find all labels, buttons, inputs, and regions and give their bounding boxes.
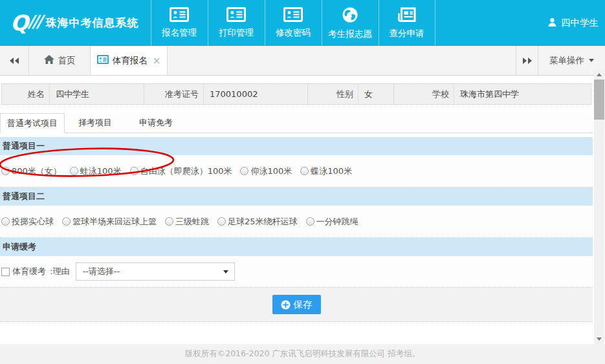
radio-icon[interactable] [306,217,314,226]
defer-row: 体育缓考 :理由 --请选择-- [0,256,593,288]
menu-item-print[interactable]: 打印管理 [208,0,265,46]
option-rope-skipping[interactable]: 一分钟跳绳 [306,216,358,228]
radio-icon[interactable] [62,217,71,226]
tab-home[interactable]: 首页 [29,46,91,75]
select-arrow-icon [223,270,228,273]
radio-icon[interactable] [217,217,226,226]
current-user[interactable]: 四中学生 [547,0,605,46]
tabs-scroll-left-button[interactable] [0,46,29,75]
option-medicine-ball[interactable]: 投掷实心球 [1,216,54,228]
plus-circle-icon [281,300,291,310]
save-button[interactable]: 保存 [272,295,321,314]
current-user-name: 四中学生 [561,17,599,29]
reason-select-value: --请选择-- [82,266,120,277]
radio-icon[interactable] [300,167,309,175]
option-backstroke-100m[interactable]: 仰泳100米 [240,166,292,177]
option-label: 仰泳100米 [250,166,292,177]
option-label: 自由泳（即爬泳）100米 [140,166,232,177]
tab-sports-registration[interactable]: 体育报名 × [91,46,168,75]
radio-icon[interactable] [1,167,10,175]
menu-operations-label: 菜单操作 [549,55,584,67]
save-area: 保存 [0,288,593,322]
app-header: Q /// 珠海中考信息系统 报名管理 打印管理 修改密码 考生报志 [0,0,605,46]
section-title: 普通项目二 [3,191,45,202]
section-title: 申请缓考 [3,241,36,253]
section-header-normal-item-1: 普通项目一 [0,137,593,155]
gender-value: 女 [358,89,373,100]
vertical-scrollbar[interactable] [594,70,604,344]
menu-item-label: 查分申请 [390,28,424,39]
menu-item-registration[interactable]: 报名管理 [151,0,208,46]
section-header-normal-item-2: 普通项目二 [0,187,593,206]
tab-normal-exam-items-label: 普通考试项目 [7,118,58,129]
ticket-value: 170010002 [204,89,258,99]
menu-item-label: 报名管理 [162,27,197,39]
option-label: 足球25米绕杆运球 [228,216,298,228]
option-freestyle-100m[interactable]: 自由泳（即爬泳）100米 [130,166,232,177]
radio-icon[interactable] [1,217,10,226]
scroll-up-arrow-icon[interactable] [594,70,604,80]
copyright-text: 版权所有©2016-2020 广东讯飞启明科技发展有限公司 招考组。 [185,348,421,359]
save-button-label: 保存 [294,299,313,311]
ticket-label: 准考证号 [144,84,204,104]
defer-checkbox-label: 体育缓考 [12,266,46,277]
defer-reason-label: :理由 [50,266,69,277]
exam-form-panel: 普通考试项目 择考项目 申请免考 普通项目一 800米（女） 蛙泳100米 自由… [0,113,593,344]
menu-item-change-password[interactable]: 修改密码 [265,0,322,46]
tab-close-icon[interactable]: × [153,55,161,67]
option-label: 篮球半场来回运球上篮 [72,216,157,228]
home-icon [44,55,54,66]
info-cell-gender: 性别 女 [308,84,394,104]
top-menu: 报名管理 打印管理 修改密码 考生报志愿 查分申请 [151,0,435,46]
tabs-scroll-right-button[interactable] [516,46,538,75]
footer: 版权所有©2016-2020 广东讯飞启明科技发展有限公司 招考组。 [0,344,605,364]
option-label: 三级蛙跳 [175,216,209,228]
option-butterfly-100m[interactable]: 蝶泳100米 [300,166,352,177]
menu-item-apply-school[interactable]: 考生报志愿 [322,0,379,46]
option-breaststroke-100m[interactable]: 蛙泳100米 [70,166,122,177]
menu-item-score-inquiry[interactable]: 查分申请 [379,0,435,46]
section-header-defer-application: 申请缓考 [0,238,593,256]
tab-optional-items[interactable]: 择考项目 [65,113,126,133]
option-label: 投掷实心球 [12,216,54,228]
id-card-icon [226,7,246,24]
tab-sports-label: 体育报名 [113,55,148,67]
tabbar-spacer [168,46,516,75]
reason-select[interactable]: --请选择-- [76,262,235,281]
tab-normal-exam-items[interactable]: 普通考试项目 [0,113,65,133]
student-info-panel: 姓名 四中学生 准考证号 170010002 性别 女 学校 珠海市第四中学 [1,83,591,105]
radio-icon[interactable] [165,217,173,226]
tab-home-label: 首页 [58,55,76,67]
section-title: 普通项目一 [3,140,45,152]
option-football-dribble[interactable]: 足球25米绕杆运球 [217,216,298,228]
radio-icon[interactable] [130,167,138,175]
globe-icon [342,6,358,25]
scrollbar-thumb[interactable] [594,80,604,120]
info-cell-name: 姓名 四中学生 [2,84,144,104]
radio-icon[interactable] [70,167,78,175]
option-row-normal-item-1: 800米（女） 蛙泳100米 自由泳（即爬泳）100米 仰泳100米 蝶泳100… [0,155,593,187]
tab-optional-items-label: 择考项目 [78,117,112,129]
scroll-down-arrow-icon[interactable] [594,334,604,344]
radio-icon[interactable] [240,167,248,175]
chevron-down-icon [589,59,594,62]
option-800m[interactable]: 800米（女） [1,166,61,177]
menu-item-label: 修改密码 [276,27,311,39]
exam-tabs: 普通考试项目 择考项目 申请免考 [0,113,593,133]
option-triple-jump[interactable]: 三级蛙跳 [165,216,209,228]
menu-item-label: 打印管理 [219,27,254,39]
app-logo: Q /// 珠海中考信息系统 [0,0,148,46]
name-label: 姓名 [2,84,50,104]
school-value: 珠海市第四中学 [454,89,519,100]
defer-checkbox[interactable] [1,268,10,276]
tab-exemption-application[interactable]: 申请免考 [126,113,186,133]
option-label: 蛙泳100米 [80,166,122,177]
id-card-icon [170,7,189,24]
school-label: 学校 [394,84,454,104]
option-label: 800米（女） [12,166,61,177]
id-card-icon [97,55,109,66]
app-title: 珠海中考信息系统 [46,16,139,30]
option-row-normal-item-2: 投掷实心球 篮球半场来回运球上篮 三级蛙跳 足球25米绕杆运球 一分钟跳绳 [0,206,593,238]
option-basketball-layup[interactable]: 篮球半场来回运球上篮 [62,216,157,228]
name-value: 四中学生 [50,89,89,100]
